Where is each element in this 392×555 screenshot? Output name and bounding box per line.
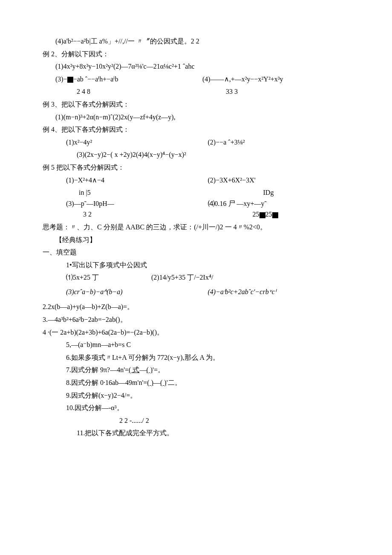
row-pair: in |5 (3)—p˜—I0pH— 3 2 IDg ⑷0.16 尸 —xy+—… <box>43 187 349 220</box>
blank: ( 式 <box>129 366 139 373</box>
text-line: 7.因式分解 9π?—4n'=( 式—( )'=。 <box>43 364 349 376</box>
cell-left: 2 4 8 <box>77 86 200 97</box>
black-square-icon <box>259 212 265 218</box>
text-line: 4 ·(一 2a+b)(2a+3b)+6a(2a−b)=−(2a−b)()。 <box>43 327 349 338</box>
cell-right: 33 3 <box>200 86 349 97</box>
text: — <box>153 379 160 386</box>
text-line: 2.2x(b—a)+y(a—b)+Z(b—a)=。 <box>43 301 349 312</box>
row-pair: ⑴5x+25 丁 (2)14/y5+35 丁/−2Ix⁴/ <box>43 272 349 283</box>
black-square-icon <box>67 77 73 83</box>
black-square-icon <box>272 212 278 218</box>
cell-right: (2)14/y5+35 丁/−2Ix⁴/ <box>151 272 213 283</box>
cell-left: (1)x²−4y² <box>66 137 208 148</box>
example-heading: 例 4、把以下各式分解因式： <box>43 124 349 135</box>
cell-right: IDg ⑷0.16 尸 —xy+—y˜ 2525 <box>208 187 350 220</box>
text-line: (4)a'b²−−a²b|工 a%」+//,//一 〃〞的公因式是。2 2 <box>43 36 349 47</box>
section-heading: 【经典练习】 <box>43 234 349 246</box>
text: IDg <box>208 187 350 198</box>
row-pair: (3)crˆa−b)−aᴬ(b−a) (4)−aⁱb²c+2abˆc'−crbᵛ… <box>43 286 349 298</box>
text-line: 思考题：〃、力、C 分别是 AABC 的三边，求证：(/+川一/)2 一 4〃%… <box>43 222 349 233</box>
cell-left: ⑴5x+25 丁 <box>66 272 151 283</box>
text: −ab ˆ−−aᴵh+−aⁱb <box>73 75 118 83</box>
row-pair: (1)−X²+4∧−4 (2)−3X+6X²−3X' <box>43 175 349 186</box>
text: 2525 <box>208 209 350 220</box>
text-line: (3)(2x−y)2−( x +2y)2(4)4(x−y)⁴−(y−x)² <box>43 149 349 160</box>
text-line: 2 2 -....../ 2 <box>43 415 349 426</box>
text-line: 5,—(a⁻b)mn—a+b=s C <box>43 339 349 350</box>
cell-right: (2)−3X+6X²−3X' <box>208 175 350 186</box>
text-line: 9.因式分解(x−y)2−4/=。 <box>43 390 349 401</box>
text-line: 8.因式分解 0·16ab—49m'n'=( )—( )'二。 <box>43 377 349 388</box>
blank: ( ) <box>147 379 153 386</box>
blank: ( ) <box>160 379 167 386</box>
cell-left: in |5 (3)—p˜—I0pH— 3 2 <box>66 187 208 220</box>
text-line: 10.因式分解—-α³。 <box>43 402 349 413</box>
cell-right: (2)−−a ˆ+3⅛² <box>208 137 350 148</box>
text: in |5 <box>66 187 208 198</box>
text-line: (1)(m−n)³+2α(n−m)ˆ(2)2x(y—zf+4y(z—y), <box>43 112 349 123</box>
row-pair: (3)−−ab ˆ−−aᴵh+−aⁱb (4)——∧,+—x²y−−x²Y²+x… <box>43 74 349 85</box>
text-line: (1)4x²y+8x³y−10x²y²(2)—7α²⅛'c—21α⅛c²+1 ˆ… <box>43 61 349 72</box>
row-pair: (1)x²−4y² (2)−−a ˆ+3⅛² <box>43 137 349 148</box>
text: '=。 <box>153 366 164 373</box>
text: (3)− <box>55 75 67 83</box>
example-heading: 例 5 把以下各式分解因式： <box>43 162 349 173</box>
example-heading: 例 2、分解以下因式： <box>43 49 349 60</box>
text: — <box>139 366 146 373</box>
text: 8.因式分解 0·16ab—49m'n'= <box>66 379 147 386</box>
row-pair: 2 4 8 33 3 <box>43 86 349 97</box>
text-line: 3.—4a³b²+6a²b−2ab=−2ab()。 <box>43 314 349 325</box>
text: (3)—p˜—I0pH— <box>66 198 208 209</box>
text: 3 2 <box>66 209 208 220</box>
section-heading: 一、填空题 <box>43 247 349 258</box>
text: 7.因式分解 9π?—4n'= <box>66 366 129 373</box>
cell-left: (3)−−ab ˆ−−aᴵh+−aⁱb <box>55 74 202 85</box>
text-line: 1•写出以下多项式中公因式 <box>43 260 349 271</box>
text: ⑷0.16 尸 —xy+—y˜ <box>208 198 350 209</box>
cell-left: (3)crˆa−b)−aᴬ(b−a) <box>66 286 208 298</box>
text-line: 6.如果多项式〃Lt+A 可分解为 772(x−y),那么 A 为。 <box>43 352 349 363</box>
text: 25 <box>253 211 259 218</box>
cell-right: (4)−aⁱb²c+2abˆc'−crbᵛcᴵ <box>208 286 350 298</box>
blank: ( ) <box>146 366 153 373</box>
text: '二。 <box>167 379 182 386</box>
text-line: 11.把以下各式配成完全平方式。 <box>43 428 349 439</box>
cell-left: (1)−X²+4∧−4 <box>66 175 208 186</box>
example-heading: 例 3、把以下各式分解因式： <box>43 99 349 110</box>
cell-right: (4)——∧,+—x²y−−x²Y²+x³y <box>202 74 349 85</box>
text: 25 <box>265 211 272 218</box>
